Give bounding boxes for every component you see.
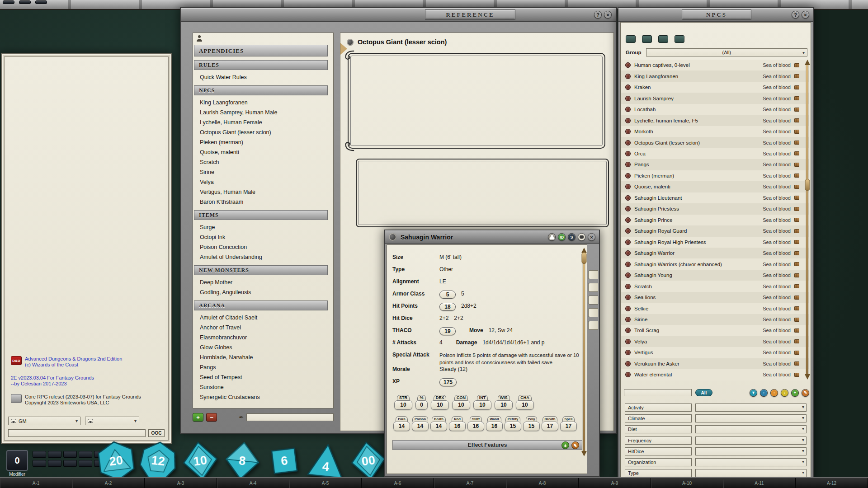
ability-box[interactable]: % 0 (415, 395, 428, 410)
filter-dropdown[interactable] (695, 436, 807, 445)
hotkey-slot[interactable]: A-3 (145, 478, 217, 488)
reference-link[interactable]: Sunstone (193, 382, 333, 392)
reference-link[interactable]: Quoise, malenti (193, 147, 333, 157)
modifier-minus-button[interactable] (63, 460, 77, 467)
reference-link[interactable]: Pieken (merman) (193, 137, 333, 147)
remove-button[interactable]: − (206, 413, 217, 422)
ability-box[interactable]: STR 10 (394, 395, 412, 410)
hotkey-slot[interactable]: A-8 (506, 478, 579, 488)
reference-link[interactable]: Amulet of Understanding (193, 252, 333, 262)
reference-link[interactable]: Octopi Ink (193, 232, 333, 242)
npc-list-item[interactable]: Verukuun the Asker Sea of blood (621, 358, 809, 369)
save-box[interactable]: Rod 16 (449, 416, 466, 431)
all-filter-button[interactable]: All (695, 389, 712, 396)
ability-box[interactable]: WIS 10 (495, 395, 513, 410)
reference-link[interactable]: Velya (193, 177, 333, 187)
reference-link[interactable]: Laurish Samprey, Human Male (193, 108, 333, 117)
module-book-icon[interactable] (794, 306, 799, 310)
npc-list-item[interactable]: Scratch Sea of blood (621, 281, 809, 291)
ooc-button[interactable]: OOC (148, 429, 165, 437)
reference-link[interactable]: King Laangforanen (193, 98, 333, 108)
filter-dropdown[interactable] (695, 458, 807, 466)
filter-dropdown[interactable] (695, 404, 807, 412)
reference-link[interactable]: Glow Globes (193, 343, 333, 352)
emote-dropdown[interactable]: ▾ (85, 417, 139, 425)
modifier-plus-button[interactable] (48, 451, 61, 458)
npc-list-item[interactable]: Locathah Sea of blood (621, 104, 809, 115)
hotkey-slot[interactable]: A-5 (289, 478, 362, 488)
module-book-icon[interactable] (794, 185, 799, 189)
module-book-icon[interactable] (794, 207, 799, 211)
module-book-icon[interactable] (794, 218, 799, 222)
reference-link[interactable]: Synergetic Crustaceans (193, 392, 333, 402)
modifier-stack[interactable]: 0 (6, 450, 28, 471)
module-book-icon[interactable] (794, 174, 799, 178)
reference-link[interactable]: Deep Mother (193, 277, 333, 287)
stat-badge[interactable]: 5 (439, 291, 456, 299)
modifier-minus-button[interactable] (79, 460, 92, 467)
reference-link[interactable]: Baron K'thstraam (193, 197, 333, 207)
filter-dropdown[interactable] (695, 447, 807, 455)
npc-list-scrollbar[interactable] (806, 62, 808, 377)
add-npc-button[interactable]: + (791, 389, 799, 397)
sheet-tab[interactable] (588, 308, 598, 317)
save-box[interactable]: Wand 16 (486, 416, 503, 431)
reference-link[interactable]: Octopus Giant (lesser scion) (193, 127, 333, 137)
menu-button[interactable] (35, 0, 47, 4)
module-book-icon[interactable] (794, 284, 799, 288)
close-button[interactable]: × (604, 11, 612, 19)
speaker-dropdown[interactable]: GM ▾ (8, 417, 80, 425)
reference-link[interactable]: Hornblade, Narwhale (193, 352, 333, 362)
module-book-icon[interactable] (794, 318, 799, 322)
save-box[interactable]: Spell 17 (560, 416, 577, 431)
filter-dropdown[interactable] (695, 425, 807, 433)
help-button[interactable]: ? (594, 11, 602, 19)
module-book-icon[interactable] (794, 339, 799, 343)
modifier-plus-button[interactable] (79, 451, 92, 458)
module-book-icon[interactable] (794, 130, 799, 134)
npc-list-item[interactable]: Octopus Giant (lesser scion) Sea of bloo… (621, 137, 809, 148)
save-box[interactable]: Para 14 (393, 416, 410, 431)
npc-search-input[interactable] (624, 389, 692, 396)
save-box[interactable]: Breath 17 (542, 416, 558, 431)
module-book-icon[interactable] (794, 151, 799, 155)
reference-link[interactable]: Surge (193, 222, 333, 232)
filter-funnel-button[interactable]: ▼ (750, 389, 757, 397)
id-button[interactable]: ID (558, 233, 566, 241)
module-book-icon[interactable] (794, 361, 799, 366)
menu-button[interactable] (3, 0, 14, 4)
save-box[interactable]: Poly 15 (523, 416, 540, 431)
save-box[interactable]: Staff 16 (467, 416, 484, 431)
reference-link[interactable]: Scratch (193, 157, 333, 167)
reference-link[interactable]: Elasmobranchuvor (193, 333, 333, 343)
hotkey-slot[interactable]: A-4 (217, 478, 289, 488)
npcs-sort-tab[interactable] (642, 35, 652, 43)
scroll-top-button[interactable]: ↑ (760, 389, 768, 397)
move-down-button[interactable]: ↓ (781, 389, 788, 397)
npc-list-item[interactable]: Selkie Sea of blood (621, 303, 809, 314)
save-box[interactable]: Petrify 15 (505, 416, 521, 431)
hotkey-slot[interactable]: A-7 (434, 478, 506, 488)
reference-link[interactable]: Pangs (193, 362, 333, 372)
reference-link[interactable]: Lychelle, Human Female (193, 117, 333, 127)
ability-box[interactable]: DEX 10 (431, 395, 449, 410)
npc-list-item[interactable]: Sahuagin Prince Sea of blood (621, 215, 809, 225)
module-book-icon[interactable] (794, 108, 799, 112)
npc-list-item[interactable]: Vertigus Sea of blood (621, 347, 809, 358)
modifier-plus-button[interactable] (33, 451, 46, 458)
chat-input[interactable] (8, 429, 146, 437)
npc-list-item[interactable]: Sea lions Sea of blood (621, 292, 809, 303)
stat-badge[interactable]: 19 (439, 327, 456, 335)
close-button[interactable]: × (588, 233, 595, 241)
npc-list-item[interactable]: Sahuagin Young Sea of blood (621, 270, 809, 281)
module-book-icon[interactable] (794, 196, 799, 200)
chat-bubble-button[interactable] (578, 233, 585, 241)
npcs-sort-tab[interactable] (626, 35, 636, 43)
save-box[interactable]: Death 14 (430, 416, 447, 431)
npc-list-item[interactable]: Orca Sea of blood (621, 148, 809, 159)
portrait-button[interactable] (548, 233, 556, 241)
npc-list-item[interactable]: Morkoth Sea of blood (621, 126, 809, 137)
ability-box[interactable]: CHA 10 (516, 395, 534, 410)
npc-list-item[interactable]: Pieken (merman) Sea of blood (621, 170, 809, 181)
module-book-icon[interactable] (794, 229, 799, 233)
